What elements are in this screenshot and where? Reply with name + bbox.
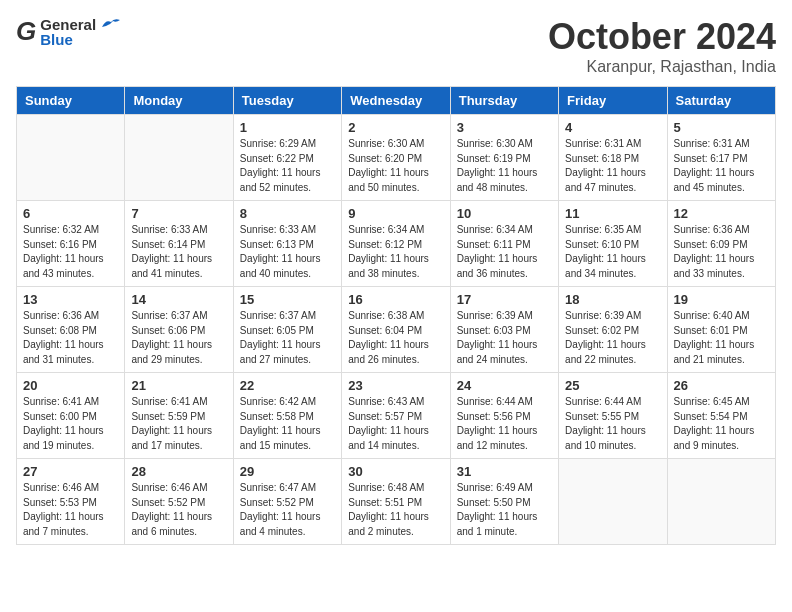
- calendar-cell: 13Sunrise: 6:36 AM Sunset: 6:08 PM Dayli…: [17, 287, 125, 373]
- calendar-cell: 4Sunrise: 6:31 AM Sunset: 6:18 PM Daylig…: [559, 115, 667, 201]
- calendar-cell: 9Sunrise: 6:34 AM Sunset: 6:12 PM Daylig…: [342, 201, 450, 287]
- day-number: 29: [240, 464, 335, 479]
- day-of-week-header: Wednesday: [342, 87, 450, 115]
- title-area: October 2024 Karanpur, Rajasthan, India: [548, 16, 776, 76]
- day-number: 28: [131, 464, 226, 479]
- calendar-cell: [559, 459, 667, 545]
- calendar-cell: 21Sunrise: 6:41 AM Sunset: 5:59 PM Dayli…: [125, 373, 233, 459]
- day-number: 18: [565, 292, 660, 307]
- day-number: 8: [240, 206, 335, 221]
- day-number: 12: [674, 206, 769, 221]
- calendar-cell: 6Sunrise: 6:32 AM Sunset: 6:16 PM Daylig…: [17, 201, 125, 287]
- calendar-cell: 8Sunrise: 6:33 AM Sunset: 6:13 PM Daylig…: [233, 201, 341, 287]
- day-info: Sunrise: 6:29 AM Sunset: 6:22 PM Dayligh…: [240, 137, 335, 195]
- day-info: Sunrise: 6:37 AM Sunset: 6:05 PM Dayligh…: [240, 309, 335, 367]
- day-number: 11: [565, 206, 660, 221]
- calendar-table: SundayMondayTuesdayWednesdayThursdayFrid…: [16, 86, 776, 545]
- day-info: Sunrise: 6:35 AM Sunset: 6:10 PM Dayligh…: [565, 223, 660, 281]
- calendar-cell: 31Sunrise: 6:49 AM Sunset: 5:50 PM Dayli…: [450, 459, 558, 545]
- calendar-cell: 12Sunrise: 6:36 AM Sunset: 6:09 PM Dayli…: [667, 201, 775, 287]
- day-info: Sunrise: 6:49 AM Sunset: 5:50 PM Dayligh…: [457, 481, 552, 539]
- location-title: Karanpur, Rajasthan, India: [548, 58, 776, 76]
- calendar-cell: 3Sunrise: 6:30 AM Sunset: 6:19 PM Daylig…: [450, 115, 558, 201]
- day-info: Sunrise: 6:41 AM Sunset: 6:00 PM Dayligh…: [23, 395, 118, 453]
- logo-g-letter: G: [16, 16, 36, 47]
- calendar-cell: 28Sunrise: 6:46 AM Sunset: 5:52 PM Dayli…: [125, 459, 233, 545]
- calendar-week-row: 6Sunrise: 6:32 AM Sunset: 6:16 PM Daylig…: [17, 201, 776, 287]
- day-number: 25: [565, 378, 660, 393]
- day-number: 23: [348, 378, 443, 393]
- logo: G General Blue: [16, 16, 122, 47]
- calendar-cell: 30Sunrise: 6:48 AM Sunset: 5:51 PM Dayli…: [342, 459, 450, 545]
- day-number: 22: [240, 378, 335, 393]
- day-number: 14: [131, 292, 226, 307]
- day-info: Sunrise: 6:45 AM Sunset: 5:54 PM Dayligh…: [674, 395, 769, 453]
- calendar-cell: 14Sunrise: 6:37 AM Sunset: 6:06 PM Dayli…: [125, 287, 233, 373]
- calendar-cell: 16Sunrise: 6:38 AM Sunset: 6:04 PM Dayli…: [342, 287, 450, 373]
- day-info: Sunrise: 6:36 AM Sunset: 6:08 PM Dayligh…: [23, 309, 118, 367]
- logo-general: General: [40, 17, 96, 32]
- calendar-cell: 7Sunrise: 6:33 AM Sunset: 6:14 PM Daylig…: [125, 201, 233, 287]
- day-of-week-header: Saturday: [667, 87, 775, 115]
- calendar-cell: 19Sunrise: 6:40 AM Sunset: 6:01 PM Dayli…: [667, 287, 775, 373]
- calendar-cell: 27Sunrise: 6:46 AM Sunset: 5:53 PM Dayli…: [17, 459, 125, 545]
- page-header: G General Blue October 2024 Karanpur, Ra…: [16, 16, 776, 76]
- day-info: Sunrise: 6:39 AM Sunset: 6:03 PM Dayligh…: [457, 309, 552, 367]
- calendar-header: SundayMondayTuesdayWednesdayThursdayFrid…: [17, 87, 776, 115]
- day-number: 16: [348, 292, 443, 307]
- day-number: 15: [240, 292, 335, 307]
- calendar-cell: [17, 115, 125, 201]
- day-number: 3: [457, 120, 552, 135]
- day-info: Sunrise: 6:36 AM Sunset: 6:09 PM Dayligh…: [674, 223, 769, 281]
- day-info: Sunrise: 6:48 AM Sunset: 5:51 PM Dayligh…: [348, 481, 443, 539]
- calendar-cell: [667, 459, 775, 545]
- calendar-cell: 2Sunrise: 6:30 AM Sunset: 6:20 PM Daylig…: [342, 115, 450, 201]
- day-of-week-header: Monday: [125, 87, 233, 115]
- day-info: Sunrise: 6:31 AM Sunset: 6:17 PM Dayligh…: [674, 137, 769, 195]
- day-info: Sunrise: 6:33 AM Sunset: 6:14 PM Dayligh…: [131, 223, 226, 281]
- day-info: Sunrise: 6:30 AM Sunset: 6:19 PM Dayligh…: [457, 137, 552, 195]
- calendar-cell: 24Sunrise: 6:44 AM Sunset: 5:56 PM Dayli…: [450, 373, 558, 459]
- header-row: SundayMondayTuesdayWednesdayThursdayFrid…: [17, 87, 776, 115]
- day-number: 21: [131, 378, 226, 393]
- calendar-cell: 20Sunrise: 6:41 AM Sunset: 6:00 PM Dayli…: [17, 373, 125, 459]
- day-info: Sunrise: 6:37 AM Sunset: 6:06 PM Dayligh…: [131, 309, 226, 367]
- day-info: Sunrise: 6:40 AM Sunset: 6:01 PM Dayligh…: [674, 309, 769, 367]
- day-info: Sunrise: 6:33 AM Sunset: 6:13 PM Dayligh…: [240, 223, 335, 281]
- calendar-cell: 15Sunrise: 6:37 AM Sunset: 6:05 PM Dayli…: [233, 287, 341, 373]
- calendar-cell: 26Sunrise: 6:45 AM Sunset: 5:54 PM Dayli…: [667, 373, 775, 459]
- day-of-week-header: Tuesday: [233, 87, 341, 115]
- calendar-cell: [125, 115, 233, 201]
- calendar-cell: 5Sunrise: 6:31 AM Sunset: 6:17 PM Daylig…: [667, 115, 775, 201]
- day-number: 26: [674, 378, 769, 393]
- day-info: Sunrise: 6:30 AM Sunset: 6:20 PM Dayligh…: [348, 137, 443, 195]
- calendar-cell: 11Sunrise: 6:35 AM Sunset: 6:10 PM Dayli…: [559, 201, 667, 287]
- calendar-cell: 25Sunrise: 6:44 AM Sunset: 5:55 PM Dayli…: [559, 373, 667, 459]
- calendar-cell: 1Sunrise: 6:29 AM Sunset: 6:22 PM Daylig…: [233, 115, 341, 201]
- day-number: 20: [23, 378, 118, 393]
- day-info: Sunrise: 6:47 AM Sunset: 5:52 PM Dayligh…: [240, 481, 335, 539]
- calendar-week-row: 1Sunrise: 6:29 AM Sunset: 6:22 PM Daylig…: [17, 115, 776, 201]
- day-info: Sunrise: 6:31 AM Sunset: 6:18 PM Dayligh…: [565, 137, 660, 195]
- calendar-cell: 23Sunrise: 6:43 AM Sunset: 5:57 PM Dayli…: [342, 373, 450, 459]
- day-info: Sunrise: 6:41 AM Sunset: 5:59 PM Dayligh…: [131, 395, 226, 453]
- day-info: Sunrise: 6:42 AM Sunset: 5:58 PM Dayligh…: [240, 395, 335, 453]
- day-of-week-header: Thursday: [450, 87, 558, 115]
- day-number: 5: [674, 120, 769, 135]
- calendar-week-row: 13Sunrise: 6:36 AM Sunset: 6:08 PM Dayli…: [17, 287, 776, 373]
- logo-bird-icon: [100, 17, 122, 31]
- calendar-body: 1Sunrise: 6:29 AM Sunset: 6:22 PM Daylig…: [17, 115, 776, 545]
- calendar-week-row: 20Sunrise: 6:41 AM Sunset: 6:00 PM Dayli…: [17, 373, 776, 459]
- day-info: Sunrise: 6:32 AM Sunset: 6:16 PM Dayligh…: [23, 223, 118, 281]
- day-number: 30: [348, 464, 443, 479]
- day-info: Sunrise: 6:38 AM Sunset: 6:04 PM Dayligh…: [348, 309, 443, 367]
- day-number: 2: [348, 120, 443, 135]
- day-info: Sunrise: 6:34 AM Sunset: 6:12 PM Dayligh…: [348, 223, 443, 281]
- day-number: 31: [457, 464, 552, 479]
- day-number: 1: [240, 120, 335, 135]
- day-number: 10: [457, 206, 552, 221]
- day-info: Sunrise: 6:46 AM Sunset: 5:52 PM Dayligh…: [131, 481, 226, 539]
- day-info: Sunrise: 6:39 AM Sunset: 6:02 PM Dayligh…: [565, 309, 660, 367]
- calendar-cell: 22Sunrise: 6:42 AM Sunset: 5:58 PM Dayli…: [233, 373, 341, 459]
- calendar-cell: 18Sunrise: 6:39 AM Sunset: 6:02 PM Dayli…: [559, 287, 667, 373]
